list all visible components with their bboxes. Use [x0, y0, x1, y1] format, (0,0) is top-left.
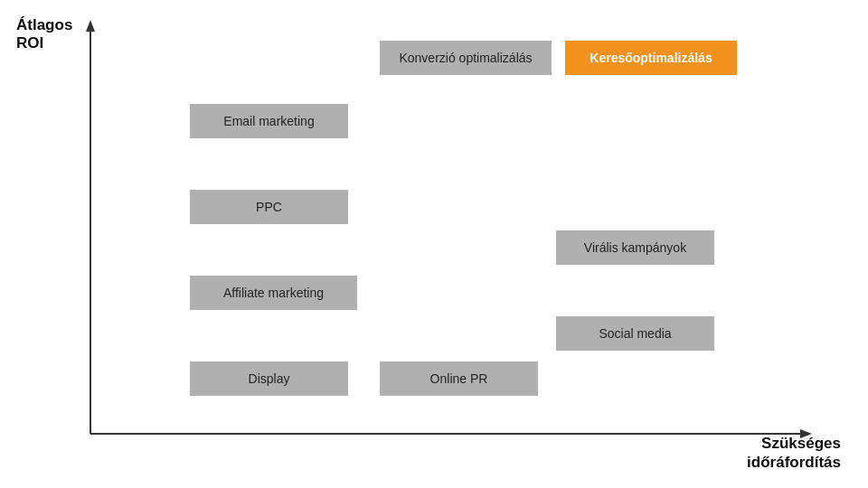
chart-area: Átlagos ROI Szükséges időráfordítás Konv… — [0, 0, 868, 488]
chart-item-socialmedia: Social media — [556, 316, 714, 351]
chart-item-konverzio: Konverzió optimalizálás — [380, 41, 552, 75]
chart-item-display: Display — [190, 361, 348, 396]
chart-item-onlinepr: Online PR — [380, 361, 538, 396]
chart-item-email: Email marketing — [190, 104, 348, 138]
x-axis-label: Szükséges időráfordítás — [747, 435, 841, 472]
y-axis-label: Átlagos ROI — [16, 16, 72, 53]
svg-marker-1 — [86, 20, 95, 32]
chart-item-ppc: PPC — [190, 190, 348, 224]
chart-item-keresoooptimalizalas: Keresőoptimalizálás — [565, 41, 737, 75]
chart-item-viralis: Virális kampányok — [556, 230, 714, 265]
chart-item-affiliate: Affiliate marketing — [190, 276, 357, 310]
